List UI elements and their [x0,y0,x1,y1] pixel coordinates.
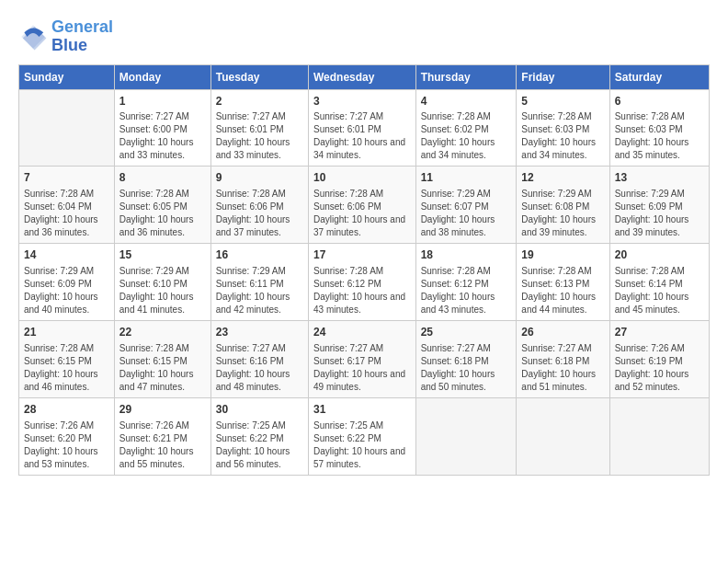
calendar-cell: 31Sunrise: 7:25 AM Sunset: 6:22 PM Dayli… [308,397,415,475]
day-number: 30 [216,402,303,418]
day-info: Sunrise: 7:28 AM Sunset: 6:03 PM Dayligh… [521,110,604,162]
day-info: Sunrise: 7:29 AM Sunset: 6:09 PM Dayligh… [24,265,109,316]
day-info: Sunrise: 7:28 AM Sunset: 6:12 PM Dayligh… [313,265,411,316]
day-info: Sunrise: 7:28 AM Sunset: 6:06 PM Dayligh… [313,188,411,239]
day-number: 29 [119,402,206,418]
logo-icon [18,22,48,52]
day-number: 7 [24,170,109,186]
calendar-cell: 10Sunrise: 7:28 AM Sunset: 6:06 PM Dayli… [308,167,415,244]
day-info: Sunrise: 7:28 AM Sunset: 6:14 PM Dayligh… [615,265,704,316]
day-info: Sunrise: 7:28 AM Sunset: 6:15 PM Dayligh… [119,342,206,394]
day-number: 9 [216,170,303,186]
day-number: 18 [421,247,512,263]
day-info: Sunrise: 7:29 AM Sunset: 6:09 PM Dayligh… [615,188,704,239]
day-number: 6 [615,94,704,109]
weekday-header-tuesday: Tuesday [210,64,308,89]
calendar-cell: 27Sunrise: 7:26 AM Sunset: 6:19 PM Dayli… [609,320,709,397]
day-info: Sunrise: 7:26 AM Sunset: 6:20 PM Dayligh… [24,419,109,471]
day-info: Sunrise: 7:27 AM Sunset: 6:18 PM Dayligh… [421,342,512,394]
week-row-5: 28Sunrise: 7:26 AM Sunset: 6:20 PM Dayli… [19,397,710,475]
week-row-1: 1Sunrise: 7:27 AM Sunset: 6:00 PM Daylig… [19,89,710,167]
day-info: Sunrise: 7:27 AM Sunset: 6:16 PM Dayligh… [216,342,303,394]
calendar-cell: 12Sunrise: 7:29 AM Sunset: 6:08 PM Dayli… [517,167,609,244]
day-number: 26 [521,325,604,340]
weekday-header-sunday: Sunday [19,64,115,89]
day-info: Sunrise: 7:28 AM Sunset: 6:12 PM Dayligh… [421,265,512,316]
weekday-header-monday: Monday [114,64,210,89]
day-number: 10 [313,170,411,186]
calendar-cell [609,397,709,475]
calendar-cell: 7Sunrise: 7:28 AM Sunset: 6:04 PM Daylig… [19,167,115,244]
calendar-cell: 18Sunrise: 7:28 AM Sunset: 6:12 PM Dayli… [415,244,517,321]
calendar-cell: 1Sunrise: 7:27 AM Sunset: 6:00 PM Daylig… [114,89,210,167]
day-number: 4 [421,94,512,109]
page-header: General Blue [18,18,710,55]
day-info: Sunrise: 7:27 AM Sunset: 6:17 PM Dayligh… [313,342,411,394]
calendar-cell: 4Sunrise: 7:28 AM Sunset: 6:02 PM Daylig… [415,89,517,167]
calendar-cell: 20Sunrise: 7:28 AM Sunset: 6:14 PM Dayli… [609,244,709,321]
calendar-cell: 14Sunrise: 7:29 AM Sunset: 6:09 PM Dayli… [19,244,115,321]
calendar-cell: 24Sunrise: 7:27 AM Sunset: 6:17 PM Dayli… [308,320,415,397]
calendar-table: SundayMondayTuesdayWednesdayThursdayFrid… [18,64,710,476]
day-info: Sunrise: 7:29 AM Sunset: 6:10 PM Dayligh… [119,265,206,316]
calendar-cell [415,397,517,475]
calendar-cell: 22Sunrise: 7:28 AM Sunset: 6:15 PM Dayli… [114,320,210,397]
calendar-cell: 30Sunrise: 7:25 AM Sunset: 6:22 PM Dayli… [210,397,308,475]
day-info: Sunrise: 7:27 AM Sunset: 6:18 PM Dayligh… [521,342,604,394]
calendar-cell [517,397,609,475]
day-number: 23 [216,325,303,340]
calendar-cell: 16Sunrise: 7:29 AM Sunset: 6:11 PM Dayli… [210,244,308,321]
day-number: 25 [421,325,512,340]
logo-text: General Blue [51,18,113,55]
calendar-cell: 29Sunrise: 7:26 AM Sunset: 6:21 PM Dayli… [114,397,210,475]
day-info: Sunrise: 7:27 AM Sunset: 6:00 PM Dayligh… [119,110,206,162]
day-number: 12 [521,170,604,186]
calendar-cell: 21Sunrise: 7:28 AM Sunset: 6:15 PM Dayli… [19,320,115,397]
calendar-cell: 25Sunrise: 7:27 AM Sunset: 6:18 PM Dayli… [415,320,517,397]
day-number: 22 [119,325,206,340]
day-number: 15 [119,247,206,263]
week-row-2: 7Sunrise: 7:28 AM Sunset: 6:04 PM Daylig… [19,167,710,244]
calendar-cell: 5Sunrise: 7:28 AM Sunset: 6:03 PM Daylig… [517,89,609,167]
calendar-cell [19,89,115,167]
day-info: Sunrise: 7:28 AM Sunset: 6:03 PM Dayligh… [615,110,704,162]
weekday-header-wednesday: Wednesday [308,64,415,89]
calendar-cell: 3Sunrise: 7:27 AM Sunset: 6:01 PM Daylig… [308,89,415,167]
weekday-header-thursday: Thursday [415,64,517,89]
day-number: 27 [615,325,704,340]
calendar-cell: 11Sunrise: 7:29 AM Sunset: 6:07 PM Dayli… [415,167,517,244]
calendar-cell: 6Sunrise: 7:28 AM Sunset: 6:03 PM Daylig… [609,89,709,167]
calendar-cell: 19Sunrise: 7:28 AM Sunset: 6:13 PM Dayli… [517,244,609,321]
day-info: Sunrise: 7:25 AM Sunset: 6:22 PM Dayligh… [313,419,411,471]
day-info: Sunrise: 7:28 AM Sunset: 6:13 PM Dayligh… [521,265,604,316]
calendar-cell: 26Sunrise: 7:27 AM Sunset: 6:18 PM Dayli… [517,320,609,397]
day-number: 21 [24,325,109,340]
day-number: 20 [615,247,704,263]
calendar-cell: 17Sunrise: 7:28 AM Sunset: 6:12 PM Dayli… [308,244,415,321]
day-number: 16 [216,247,303,263]
day-info: Sunrise: 7:28 AM Sunset: 6:02 PM Dayligh… [421,110,512,162]
day-number: 8 [119,170,206,186]
weekday-header-friday: Friday [517,64,609,89]
calendar-cell: 9Sunrise: 7:28 AM Sunset: 6:06 PM Daylig… [210,167,308,244]
day-number: 3 [313,94,411,109]
day-number: 17 [313,247,411,263]
day-info: Sunrise: 7:25 AM Sunset: 6:22 PM Dayligh… [216,419,303,471]
calendar-cell: 23Sunrise: 7:27 AM Sunset: 6:16 PM Dayli… [210,320,308,397]
day-info: Sunrise: 7:29 AM Sunset: 6:11 PM Dayligh… [216,265,303,316]
day-number: 19 [521,247,604,263]
day-number: 28 [24,402,109,418]
day-info: Sunrise: 7:29 AM Sunset: 6:07 PM Dayligh… [421,188,512,239]
weekday-header-row: SundayMondayTuesdayWednesdayThursdayFrid… [19,64,710,89]
day-info: Sunrise: 7:26 AM Sunset: 6:19 PM Dayligh… [615,342,704,394]
week-row-3: 14Sunrise: 7:29 AM Sunset: 6:09 PM Dayli… [19,244,710,321]
day-number: 13 [615,170,704,186]
calendar-cell: 8Sunrise: 7:28 AM Sunset: 6:05 PM Daylig… [114,167,210,244]
day-number: 11 [421,170,512,186]
day-info: Sunrise: 7:28 AM Sunset: 6:06 PM Dayligh… [216,188,303,239]
day-number: 1 [119,94,206,109]
calendar-cell: 2Sunrise: 7:27 AM Sunset: 6:01 PM Daylig… [210,89,308,167]
calendar-cell: 28Sunrise: 7:26 AM Sunset: 6:20 PM Dayli… [19,397,115,475]
day-info: Sunrise: 7:28 AM Sunset: 6:15 PM Dayligh… [24,342,109,394]
day-number: 2 [216,94,303,109]
